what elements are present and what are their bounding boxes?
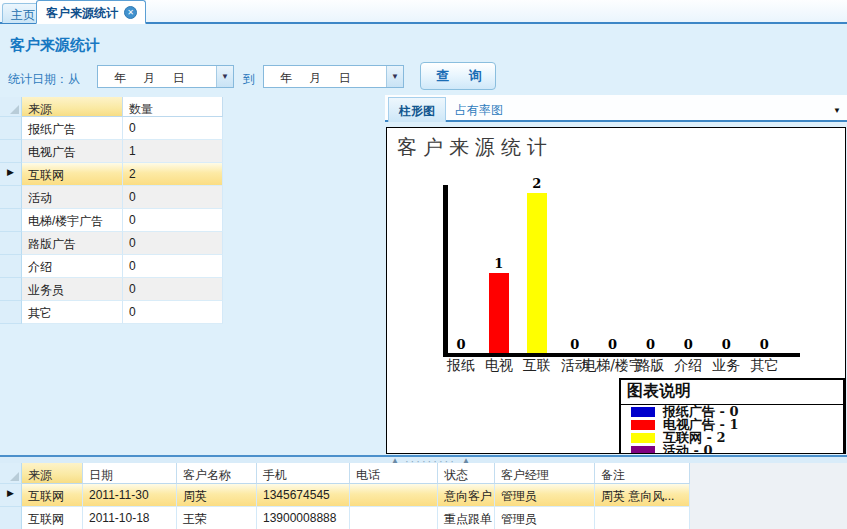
- source-cell[interactable]: 介绍: [22, 255, 123, 278]
- source-cell[interactable]: 电视广告: [22, 140, 123, 163]
- count-cell[interactable]: 0: [123, 255, 223, 278]
- table-row[interactable]: 其它0: [0, 301, 223, 324]
- source-cell[interactable]: 路版广告: [22, 232, 123, 255]
- detail-cell[interactable]: 互联网: [22, 484, 83, 507]
- customer-detail-table: 来源日期客户名称手机电话状态客户经理备注▶互联网2011-11-30周英1345…: [0, 463, 690, 529]
- column-header[interactable]: 手机: [257, 463, 350, 484]
- source-cell[interactable]: 报纸广告: [22, 117, 123, 140]
- legend-item: 活动 - 0: [621, 444, 843, 454]
- column-header[interactable]: 电话: [350, 463, 438, 484]
- date-from-label: 统计日期：从: [8, 71, 80, 88]
- corner-triangle-icon: [10, 472, 19, 481]
- table-row[interactable]: 介绍0: [0, 255, 223, 278]
- detail-cell[interactable]: 13900008888: [257, 507, 350, 529]
- row-selector[interactable]: [0, 232, 22, 255]
- x-tick-label: 路版: [637, 357, 665, 375]
- row-selector[interactable]: [0, 507, 22, 529]
- detail-cell[interactable]: [350, 484, 438, 507]
- chart-tab-overflow-icon[interactable]: ▼: [833, 106, 841, 115]
- detail-cell[interactable]: 重点跟单: [438, 507, 495, 529]
- column-header[interactable]: 客户名称: [177, 463, 257, 484]
- detail-cell[interactable]: 王荣: [177, 507, 257, 529]
- table-row[interactable]: 互联网2011-10-18王荣13900008888重点跟单管理员: [0, 507, 690, 529]
- count-cell[interactable]: 0: [123, 209, 223, 232]
- legend-item: 电视广告 - 1: [621, 418, 843, 431]
- detail-cell[interactable]: 互联网: [22, 507, 83, 529]
- detail-cell[interactable]: [350, 507, 438, 529]
- column-header[interactable]: 来源: [22, 463, 83, 484]
- tab-bar-chart[interactable]: 柱形图: [388, 97, 446, 122]
- row-selector[interactable]: [0, 209, 22, 232]
- source-cell[interactable]: 互联网: [22, 163, 123, 186]
- row-selector[interactable]: [0, 301, 22, 324]
- row-selector[interactable]: [0, 140, 22, 163]
- column-header[interactable]: 客户经理: [495, 463, 595, 484]
- row-selector[interactable]: [0, 186, 22, 209]
- count-cell[interactable]: 0: [123, 232, 223, 255]
- bar-value-label: 2: [522, 176, 552, 191]
- bar-value-label: 0: [446, 337, 476, 352]
- date-from-value: 年 月 日: [98, 66, 216, 87]
- x-tick-label: 介绍: [674, 357, 702, 375]
- table-row[interactable]: ▶互联网2: [0, 163, 223, 186]
- column-header[interactable]: 状态: [438, 463, 495, 484]
- legend-swatch: [631, 407, 655, 417]
- count-cell[interactable]: 0: [123, 186, 223, 209]
- column-header[interactable]: 日期: [83, 463, 177, 484]
- source-cell[interactable]: 业务员: [22, 278, 123, 301]
- source-count-table: 来源数量报纸广告0电视广告1▶互联网2活动0电梯/楼宇广告0路版广告0介绍0业务…: [0, 97, 223, 324]
- bar-value-label: 0: [598, 337, 628, 352]
- date-to-dropdown-icon[interactable]: ▼: [386, 66, 403, 87]
- source-cell[interactable]: 活动: [22, 186, 123, 209]
- count-cell[interactable]: 1: [123, 140, 223, 163]
- legend-swatch: [631, 420, 655, 430]
- row-selector[interactable]: [0, 117, 22, 140]
- detail-cell[interactable]: 2011-10-18: [83, 507, 177, 529]
- date-to-label: 到: [243, 71, 255, 88]
- close-tab-icon[interactable]: ✕: [124, 6, 137, 19]
- x-tick-label: 电视: [485, 357, 513, 375]
- table-row[interactable]: ▶互联网2011-11-30周英1345674545意向客户管理员周英 意向风.…: [0, 484, 690, 507]
- detail-cell[interactable]: 周英: [177, 484, 257, 507]
- source-cell[interactable]: 其它: [22, 301, 123, 324]
- detail-cell[interactable]: 周英 意向风...: [595, 484, 690, 507]
- table-row[interactable]: 电梯/楼宇广告0: [0, 209, 223, 232]
- table-row[interactable]: 路版广告0: [0, 232, 223, 255]
- detail-cell[interactable]: [595, 507, 690, 529]
- row-selector[interactable]: [0, 278, 22, 301]
- detail-cell[interactable]: 2011-11-30: [83, 484, 177, 507]
- date-to-field[interactable]: 年 月 日 ▼: [263, 65, 404, 88]
- table-row[interactable]: 业务员0: [0, 278, 223, 301]
- row-selector[interactable]: [0, 255, 22, 278]
- column-header-source[interactable]: 来源: [22, 97, 123, 117]
- row-selector[interactable]: ▶: [0, 163, 22, 186]
- detail-cell[interactable]: 管理员: [495, 484, 595, 507]
- table-row[interactable]: 电视广告1: [0, 140, 223, 163]
- detail-cell[interactable]: 1345674545: [257, 484, 350, 507]
- query-button[interactable]: 查 询: [420, 62, 496, 90]
- row-selector[interactable]: ▶: [0, 484, 22, 507]
- tab-customer-source-stats[interactable]: 客户来源统计 ✕: [36, 0, 146, 24]
- count-cell[interactable]: 2: [123, 163, 223, 186]
- select-all-corner[interactable]: [0, 463, 22, 484]
- count-cell[interactable]: 0: [123, 117, 223, 140]
- select-all-corner[interactable]: [0, 97, 22, 117]
- count-cell[interactable]: 0: [123, 301, 223, 324]
- column-header[interactable]: 备注: [595, 463, 690, 484]
- date-from-dropdown-icon[interactable]: ▼: [216, 66, 233, 87]
- date-from-field[interactable]: 年 月 日 ▼: [97, 65, 234, 88]
- table-row[interactable]: 报纸广告0: [0, 117, 223, 140]
- app-window: 主页 客户来源统计 ✕ 客户来源统计 统计日期：从 年 月 日 ▼ 到 年 月 …: [0, 0, 847, 529]
- column-header-count[interactable]: 数量: [123, 97, 223, 117]
- table-row[interactable]: 活动0: [0, 186, 223, 209]
- chart-y-axis: [443, 185, 448, 357]
- tab-share-chart[interactable]: 占有率图: [445, 97, 513, 122]
- detail-cell[interactable]: 管理员: [495, 507, 595, 529]
- source-cell[interactable]: 电梯/楼宇广告: [22, 209, 123, 232]
- detail-cell[interactable]: 意向客户: [438, 484, 495, 507]
- chart-legend: 图表说明 报纸广告 - 0电视广告 - 1互联网 - 2活动 - 0电梯/楼宇广…: [619, 378, 845, 454]
- count-cell[interactable]: 0: [123, 278, 223, 301]
- x-tick-label: 报纸: [447, 357, 475, 375]
- corner-triangle-icon: [10, 105, 19, 114]
- horizontal-splitter[interactable]: ▲ ········· ▲: [0, 455, 847, 463]
